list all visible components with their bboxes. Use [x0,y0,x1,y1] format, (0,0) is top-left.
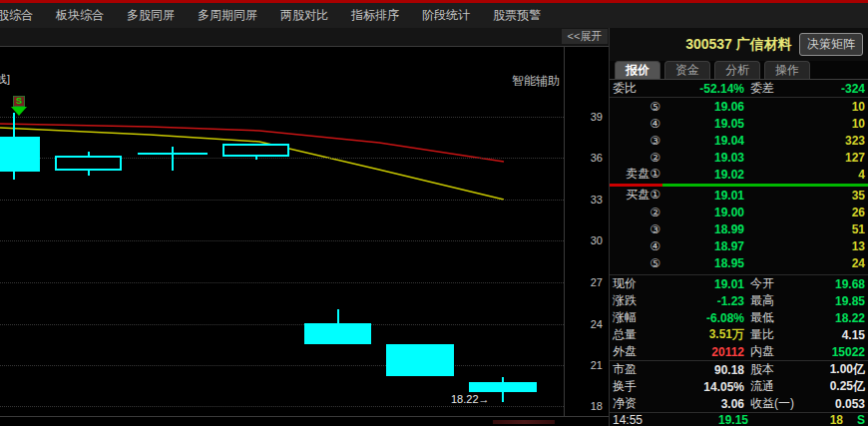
quote-panel: 300537 广信材料 决策矩阵 报价 资金 分析 操作 委比 -52.14% … [609,28,868,426]
sell-level-row[interactable]: ⑤ 19.06 10 [610,98,868,115]
stock-app-window: 个股综合 板块综合 多股同屏 多周期同屏 两股对比 指标排序 阶段统计 股票预警… [0,0,868,426]
decision-matrix-button[interactable]: 决策矩阵 [799,33,863,56]
quote-tab[interactable]: 操作 [764,61,810,79]
detail-row: 现价 19.01 今开 19.68 [610,275,868,292]
tick-volume: 18 [748,413,843,426]
menu-item[interactable]: 阶段统计 [422,7,470,24]
candle-body [55,156,122,171]
smart-assist-label[interactable]: 智能辅助 [504,73,560,90]
sell-levels: ⑤ 19.06 10 ④ 19.05 10 ③ 19.04 323 ② [610,98,868,183]
sell-signal-marker: S [8,93,30,116]
quote-header: 300537 广信材料 决策矩阵 [610,28,868,61]
ratio-label: 委比 [613,80,652,97]
detail-row: 外盘 20112 内盘 15022 [610,343,868,361]
candle-wick [172,147,174,171]
sell-level-row[interactable]: ④ 19.05 10 [610,115,868,132]
sell-level-row[interactable]: ③ 19.04 323 [610,132,868,149]
y-axis-label: 30 [573,234,603,246]
gridline [0,240,564,241]
ma-lines-svg [0,47,564,416]
buy-levels: 买盘① 19.01 35 ② 19.00 26 ③ 18.99 51 [610,187,868,271]
sell-level-row[interactable]: ② 19.03 127 [610,149,868,166]
detail-row: 涨幅 -6.08% 最低 18.22 [610,309,868,326]
detail-row: 总量 3.51万 量比 4.15 [610,326,868,343]
tick-side: S [843,413,865,426]
detail-stats: 现价 19.01 今开 19.68 涨跌 -1.23 最高 19.85 涨幅 -… [610,274,868,413]
y-axis: 3936333027242118 [565,47,606,416]
detail-row: 市盈 90.18 股本 1.00亿 [610,361,868,378]
collapse-panel-button[interactable]: <<展开 [562,29,608,44]
menu-item[interactable]: 板块综合 [56,7,104,24]
divider-green-segment [662,184,868,187]
sell-level-row[interactable]: 卖盘① 19.02 4 [610,166,868,183]
candle-body [0,137,40,172]
buy-level-row[interactable]: ④ 18.97 13 [610,237,868,254]
detail-row: 净资 3.06 收益(一) 0.053 [610,395,868,413]
y-axis-label: 24 [573,318,603,330]
buy-level-row[interactable]: ③ 18.99 51 [610,220,868,237]
stock-name: 广信材料 [736,36,792,52]
buy-level-row[interactable]: ② 19.00 26 [610,204,868,220]
candle-body [138,153,208,155]
chart-header-strip [0,28,609,47]
quote-tab[interactable]: 报价 [615,61,660,79]
y-axis-label: 21 [573,359,603,371]
quote-tab[interactable]: 资金 [664,61,710,79]
menu-item[interactable]: 多周期同屏 [198,7,257,24]
gridline [0,324,564,325]
chart-period-label: 线] [0,72,10,87]
candle-body [386,344,454,376]
quote-tabs: 报价 资金 分析 操作 [610,61,868,80]
y-axis-label: 27 [573,276,603,288]
gridline [0,200,564,201]
gridline [0,282,564,283]
y-axis-label: 33 [573,194,603,206]
y-axis-label: 39 [573,111,603,123]
menu-item[interactable]: 两股对比 [280,7,328,24]
buy-level-row[interactable]: 买盘① 19.01 35 [610,187,868,204]
tick-time: 14:55 [613,413,664,426]
detail-row: 涨跌 -1.23 最高 19.85 [610,292,868,309]
candle-body [304,323,371,344]
diff-value: -324 [808,82,865,96]
candle-body [469,382,537,392]
buy-level-row[interactable]: ⑤ 18.95 24 [610,254,868,271]
stock-code: 300537 [685,36,732,52]
tick-price: 19.15 [664,413,748,426]
sell-signal-s-icon: S [13,96,25,107]
menu-item[interactable]: 多股同屏 [127,7,175,24]
y-axis-label: 18 [573,400,603,412]
menu-item[interactable]: 指标排序 [351,7,399,24]
tick-trade-row[interactable]: 14:55 19.15 18 S [610,413,868,426]
gridline [0,365,564,366]
kline-chart-pane: <<展开 线] 智能辅助 S 18.22→ 3936333027242118 [0,28,609,426]
top-menu-bar: 个股综合 板块综合 多股同屏 多周期同屏 两股对比 指标排序 阶段统计 股票预警 [0,3,868,29]
ratio-value: -52.14% [652,82,744,96]
gridline [0,406,564,407]
quote-tab[interactable]: 分析 [714,61,760,79]
low-price-annotation: 18.22→ [451,393,490,405]
ratio-row: 委比 -52.14% 委差 -324 [610,80,868,98]
plot-bottom-border [0,416,609,417]
partial-indicator-text [493,420,555,424]
menu-item[interactable]: 个股综合 [0,7,33,24]
menu-item[interactable]: 股票预警 [493,7,541,24]
diff-label: 委差 [744,80,808,97]
candle-body [222,144,289,157]
plot-area[interactable]: 线] 智能辅助 S 18.22→ [0,47,564,416]
y-axis-label: 36 [573,152,603,164]
gridline [0,117,564,118]
detail-row: 换手 14.05% 流通 0.25亿 [610,378,868,395]
